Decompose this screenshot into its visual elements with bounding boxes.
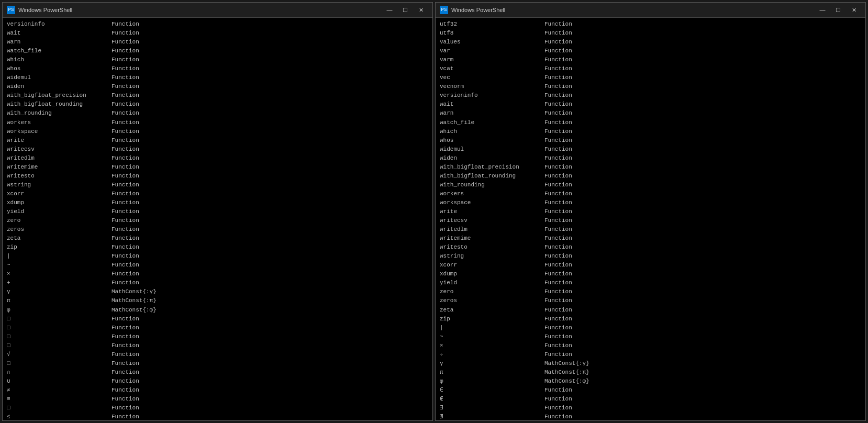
function-type: Function: [112, 198, 139, 207]
titlebar-right: PS Windows PowerShell — ☐ ✕: [436, 3, 865, 18]
maximize-button-right[interactable]: ☐: [831, 5, 845, 15]
function-type: Function: [544, 279, 572, 287]
function-type: Function: [112, 38, 139, 47]
function-name: writesto: [7, 172, 112, 181]
function-type: Function: [544, 109, 572, 118]
function-type: Function: [544, 154, 572, 163]
table-row: xdumpFunction: [7, 198, 428, 207]
function-name: workers: [440, 190, 544, 198]
table-row: ~Function: [7, 261, 428, 270]
function-type: MathConst{:φ}: [544, 377, 589, 386]
content-right: utf32Functionutf8FunctionvaluesFunctionv…: [436, 18, 865, 420]
table-row: writestoFunction: [7, 172, 428, 181]
function-name: |: [440, 324, 544, 332]
maximize-button-left[interactable]: ☐: [398, 5, 413, 15]
titlebar-controls-left: — ☐ ✕: [382, 5, 428, 15]
table-row: zerosFunction: [7, 225, 428, 234]
function-name: ∩: [7, 368, 112, 377]
table-row: writecsvFunction: [7, 145, 428, 154]
table-row: ~Function: [440, 332, 861, 341]
table-row: widemulFunction: [7, 73, 428, 82]
function-name: yield: [440, 279, 544, 287]
table-row: workersFunction: [7, 118, 428, 127]
function-name: with_bigfloat_rounding: [440, 172, 544, 181]
function-name: zeros: [7, 225, 112, 234]
function-name: ×: [440, 341, 544, 350]
minimize-button-right[interactable]: —: [815, 5, 830, 15]
function-name: zero: [440, 287, 544, 296]
table-row: widemulFunction: [440, 145, 861, 154]
table-row: whosFunction: [7, 64, 428, 73]
function-name: wait: [440, 100, 544, 109]
table-row: ÷Function: [440, 350, 861, 359]
function-type: Function: [112, 172, 139, 181]
function-type: Function: [544, 234, 572, 243]
function-name: writecsv: [440, 216, 544, 225]
function-name: zip: [440, 315, 544, 324]
function-type: Function: [544, 190, 572, 198]
function-name: φ: [7, 306, 112, 315]
function-type: Function: [112, 145, 139, 154]
table-row: zipFunction: [7, 243, 428, 252]
titlebar-title-right: Windows PowerShell: [451, 7, 812, 13]
table-row: writecsvFunction: [440, 216, 861, 225]
minimize-button-left[interactable]: —: [382, 5, 397, 15]
function-name: var: [440, 47, 544, 55]
function-type: Function: [112, 127, 139, 136]
table-row: φMathConst{:φ}: [7, 306, 428, 315]
function-name: ×: [7, 270, 112, 279]
function-name: γ: [440, 359, 544, 368]
function-name: with_rounding: [7, 109, 112, 118]
function-name: yield: [7, 207, 112, 216]
function-name: with_bigfloat_precision: [7, 91, 112, 100]
close-button-left[interactable]: ✕: [414, 5, 428, 15]
function-name: ÷: [440, 350, 544, 359]
table-row: valuesFunction: [440, 38, 861, 47]
table-row: watch_fileFunction: [440, 118, 861, 127]
function-type: Function: [544, 350, 572, 359]
function-type: Function: [544, 55, 572, 64]
function-type: Function: [544, 315, 572, 324]
window-icon-right: PS: [440, 6, 448, 14]
function-name: whos: [440, 136, 544, 145]
function-type: Function: [544, 404, 572, 413]
function-name: writesto: [440, 243, 544, 252]
function-type: Function: [112, 279, 139, 287]
table-row: watch_fileFunction: [7, 47, 428, 55]
table-row: writestoFunction: [440, 243, 861, 252]
function-name: workers: [7, 118, 112, 127]
function-name: ∪: [7, 377, 112, 386]
titlebar-title-left: Windows PowerShell: [18, 7, 379, 13]
function-type: Function: [112, 413, 139, 420]
function-type: Function: [544, 163, 572, 172]
function-name: π: [7, 296, 112, 305]
function-name: xcorr: [440, 261, 544, 270]
function-name: which: [440, 127, 544, 136]
table-row: xcorrFunction: [7, 190, 428, 198]
function-name: vec: [440, 73, 544, 82]
table-row: varmFunction: [440, 55, 861, 64]
function-name: wstring: [440, 252, 544, 261]
table-row: yieldFunction: [440, 279, 861, 287]
function-type: Function: [544, 127, 572, 136]
function-type: Function: [544, 145, 572, 154]
table-row: with_bigfloat_roundingFunction: [7, 100, 428, 109]
table-row: zeroFunction: [440, 287, 861, 296]
function-name: writedlm: [440, 225, 544, 234]
function-type: Function: [544, 172, 572, 181]
function-name: versioninfo: [440, 91, 544, 100]
function-type: Function: [544, 20, 572, 29]
table-row: utf8Function: [440, 29, 861, 38]
function-name: writemime: [440, 234, 544, 243]
function-type: Function: [544, 198, 572, 207]
function-type: Function: [544, 252, 572, 261]
function-name: write: [7, 136, 112, 145]
close-button-right[interactable]: ✕: [847, 5, 861, 15]
table-row: ∩Function: [7, 368, 428, 377]
function-name: ≡: [7, 395, 112, 404]
function-type: Function: [544, 296, 572, 305]
function-type: Function: [112, 377, 139, 386]
table-row: workspaceFunction: [440, 198, 861, 207]
function-name: writecsv: [7, 145, 112, 154]
function-type: MathConst{:π}: [544, 368, 589, 377]
